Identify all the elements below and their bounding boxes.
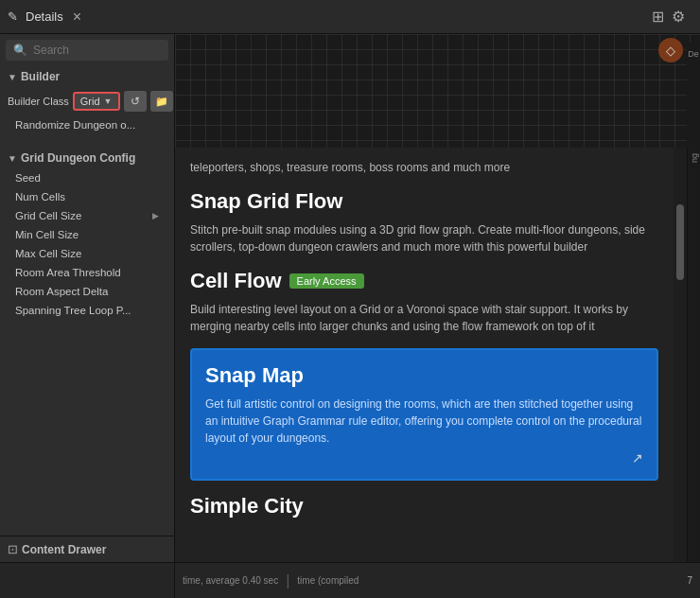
search-icon: 🔍 bbox=[13, 44, 27, 57]
folder-icon-btn[interactable]: 📁 bbox=[150, 91, 173, 112]
status-bar: time, average 0.40 sec | time (compiled … bbox=[0, 562, 700, 598]
expand-icon-config: ▼ bbox=[8, 153, 17, 164]
status-text2: time (compiled bbox=[297, 575, 359, 586]
search-input[interactable] bbox=[33, 44, 161, 57]
sidebar-item-room-area-threshold[interactable]: Room Area Threshold bbox=[0, 263, 174, 282]
scrollbar-thumb[interactable] bbox=[676, 204, 684, 280]
snap-map-desc: Get full artistic control on designing t… bbox=[205, 396, 643, 447]
grid-dungeon-config-label: Grid Dungeon Config bbox=[21, 151, 135, 165]
cell-flow-header: Cell Flow Early Access bbox=[190, 269, 658, 293]
content-drawer-label: Content Drawer bbox=[22, 543, 106, 556]
arrow-icon: ▶ bbox=[152, 211, 159, 220]
gear-icon[interactable]: ⚙ bbox=[672, 8, 685, 26]
builder-group-header[interactable]: ▼ Builder bbox=[0, 66, 174, 87]
far-right-label: ng bbox=[690, 153, 699, 163]
simple-city-section: Simple City bbox=[190, 494, 658, 519]
builder-group-label: Builder bbox=[21, 70, 60, 83]
snap-grid-flow-title: Snap Grid Flow bbox=[190, 189, 658, 214]
status-main: time, average 0.40 sec | time (compiled … bbox=[175, 572, 700, 589]
cell-flow-title: Cell Flow bbox=[190, 269, 282, 293]
status-sidebar bbox=[0, 563, 175, 598]
builder-class-label: Builder Class bbox=[8, 96, 69, 107]
scrollbar[interactable] bbox=[674, 148, 687, 562]
content-drawer-section: ⊡ Content Drawer bbox=[0, 536, 174, 562]
sidebar-item-max-cell-size[interactable]: Max Cell Size bbox=[0, 244, 174, 263]
search-bar: 🔍 bbox=[6, 40, 168, 61]
status-text1: time, average 0.40 sec bbox=[183, 575, 278, 586]
far-right-panel: ng bbox=[687, 148, 700, 562]
header-bar: ✎ Details × ⊞ ⚙ bbox=[0, 0, 700, 34]
early-access-badge: Early Access bbox=[289, 273, 364, 289]
sidebar-item-num-cells[interactable]: Num Cells bbox=[0, 187, 174, 206]
status-number: 7 bbox=[687, 575, 692, 586]
prev-desc: teleporters, shops, treasure rooms, boss… bbox=[190, 159, 658, 176]
pencil-icon: ✎ bbox=[8, 9, 18, 24]
panel-title: Details bbox=[26, 9, 63, 24]
simple-city-title: Simple City bbox=[190, 494, 658, 519]
builder-class-row: Builder Class Grid ▼ ↺ 📁 bbox=[0, 87, 174, 115]
scroll-content[interactable]: teleporters, shops, treasure rooms, boss… bbox=[175, 148, 674, 562]
sidebar-item-grid-cell-size[interactable]: Grid Cell Size ▶ bbox=[0, 206, 174, 225]
expand-icon: ▼ bbox=[8, 72, 17, 82]
grid-pattern bbox=[175, 34, 700, 148]
reset-icon-btn[interactable]: ↺ bbox=[124, 91, 147, 112]
main-layout: ▼ Grid Dungeon Config Seed Num Cells Gri… bbox=[0, 148, 700, 562]
cell-flow-section: Cell Flow Early Access Build interesting… bbox=[190, 269, 658, 335]
chevron-down-icon: ▼ bbox=[104, 97, 113, 106]
table-icon[interactable]: ⊞ bbox=[652, 8, 664, 26]
sidebar-item-room-aspect-delta[interactable]: Room Aspect Delta bbox=[0, 282, 174, 301]
builder-icon-group: ↺ 📁 bbox=[124, 91, 173, 112]
cell-flow-desc: Build interesting level layout on a Grid… bbox=[190, 301, 658, 335]
cursor-icon: ↗ bbox=[632, 450, 643, 466]
builder-class-dropdown[interactable]: Grid ▼ bbox=[73, 92, 120, 111]
sidebar-item-spanning-tree-loop[interactable]: Spanning Tree Loop P... bbox=[0, 301, 174, 320]
de-label: De bbox=[688, 49, 699, 59]
snap-map-title: Snap Map bbox=[205, 363, 643, 388]
content-panel: teleporters, shops, treasure rooms, boss… bbox=[175, 148, 700, 562]
snap-grid-flow-section: Snap Grid Flow Stitch pre-built snap mod… bbox=[190, 189, 658, 255]
sidebar-item-randomize[interactable]: Randomize Dungeon o... bbox=[0, 115, 174, 134]
sidebar: ▼ Grid Dungeon Config Seed Num Cells Gri… bbox=[0, 148, 175, 562]
corner-diamond-icon: ◇ bbox=[658, 38, 683, 62]
sidebar-item-seed[interactable]: Seed bbox=[0, 168, 174, 187]
grid-background: ◇ De bbox=[175, 34, 700, 148]
content-drawer-header[interactable]: ⊡ Content Drawer bbox=[0, 536, 174, 562]
sidebar-item-min-cell-size[interactable]: Min Cell Size bbox=[0, 225, 174, 244]
builder-class-value: Grid bbox=[80, 96, 100, 107]
cursor-area: ↗ bbox=[205, 450, 643, 466]
close-icon[interactable]: × bbox=[73, 9, 81, 26]
drawer-icon: ⊡ bbox=[8, 542, 18, 556]
de-panel: De bbox=[687, 42, 700, 148]
snap-map-card[interactable]: Snap Map Get full artistic control on de… bbox=[190, 348, 658, 481]
snap-grid-flow-desc: Stitch pre-built snap modules using a 3D… bbox=[190, 221, 658, 255]
grid-dungeon-config-header[interactable]: ▼ Grid Dungeon Config bbox=[0, 148, 174, 168]
